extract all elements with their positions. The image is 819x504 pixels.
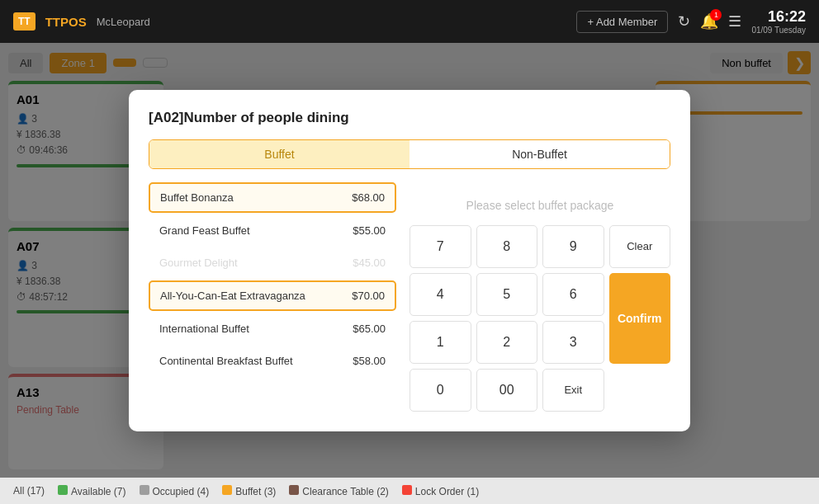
numpad-2[interactable]: 2 — [476, 321, 538, 364]
package-item-1[interactable]: Grand Feast Buffet $55.00 — [149, 216, 396, 245]
logo-icon: TT — [13, 12, 36, 31]
package-price: $70.00 — [352, 290, 385, 302]
numpad-6[interactable]: 6 — [542, 273, 604, 316]
package-name: Buffet Bonanza — [160, 191, 234, 204]
refresh-icon[interactable]: ↻ — [678, 12, 690, 31]
modal: [A02]Number of people dining Buffet Non-… — [129, 90, 690, 431]
numpad-grid: 7 8 9 Clear 4 5 6 Confirm 1 2 3 — [410, 225, 670, 412]
modal-overlay: [A02]Number of people dining Buffet Non-… — [0, 43, 819, 478]
brand-name: TTPOS — [45, 15, 87, 29]
numpad-area: Please select buffet package 7 8 9 Clear… — [410, 182, 670, 412]
numpad-8[interactable]: 8 — [476, 225, 538, 268]
package-name: Gourmet Delight — [159, 257, 238, 269]
numpad-1[interactable]: 1 — [410, 321, 471, 364]
main-area: All Zone 1 Non buffet ❯ A01 👤 3¥ 1836.38… — [0, 43, 819, 478]
numpad-3[interactable]: 3 — [542, 321, 604, 364]
numpad-placeholder: Please select buffet package — [410, 182, 670, 225]
status-lock: Lock Order (1) — [402, 485, 479, 497]
package-price: $65.00 — [353, 323, 386, 335]
numpad-4[interactable]: 4 — [410, 273, 471, 316]
package-item-0[interactable]: Buffet Bonanza $68.00 — [149, 182, 396, 213]
time-display: 16:22 — [751, 8, 806, 26]
package-item-4[interactable]: International Buffet $65.00 — [149, 314, 396, 343]
package-price: $58.00 — [353, 355, 386, 367]
status-buffet: Buffet (3) — [222, 485, 276, 497]
status-bar: All (17) Available (7) Occupied (4) Buff… — [0, 478, 819, 504]
clear-button[interactable]: Clear — [609, 225, 671, 268]
notification-badge: 1 — [710, 9, 722, 21]
tab-buffet[interactable]: Buffet — [149, 140, 410, 168]
date-display: 01/09 Tuesday — [751, 26, 806, 35]
package-name: Grand Feast Buffet — [159, 224, 250, 237]
status-occupied: Occupied (4) — [140, 485, 210, 497]
location-name: McLeopard — [97, 16, 150, 28]
numpad-7[interactable]: 7 — [410, 225, 471, 268]
time-block: 16:22 01/09 Tuesday — [751, 8, 806, 35]
status-all: All (17) — [13, 485, 45, 497]
modal-body: Buffet Bonanza $68.00 Grand Feast Buffet… — [149, 182, 670, 412]
package-list: Buffet Bonanza $68.00 Grand Feast Buffet… — [149, 182, 396, 412]
package-price: $45.00 — [353, 257, 386, 269]
modal-tabs: Buffet Non-Buffet — [149, 139, 670, 169]
package-name: All-You-Can-Eat Extravaganza — [160, 290, 305, 302]
numpad-5[interactable]: 5 — [476, 273, 538, 316]
numpad-9[interactable]: 9 — [542, 225, 604, 268]
package-name: International Buffet — [159, 323, 249, 335]
package-price: $55.00 — [353, 224, 386, 237]
grid-icon[interactable]: ☰ — [728, 12, 741, 31]
numpad-00[interactable]: 00 — [476, 369, 538, 412]
modal-title: [A02]Number of people dining — [149, 110, 670, 126]
package-item-2[interactable]: Gourmet Delight $45.00 — [149, 248, 396, 277]
confirm-button[interactable]: Confirm — [609, 273, 671, 364]
status-available: Available (7) — [58, 485, 125, 497]
package-item-3[interactable]: All-You-Can-Eat Extravaganza $70.00 — [149, 280, 396, 311]
header: TT TTPOS McLeopard + Add Member ↻ 🔔 1 ☰ … — [0, 0, 819, 43]
add-member-button[interactable]: + Add Member — [576, 11, 668, 33]
numpad-0[interactable]: 0 — [410, 369, 471, 412]
tab-non-buffet[interactable]: Non-Buffet — [410, 140, 670, 168]
status-clearance: Clearance Table (2) — [289, 485, 389, 497]
package-name: Continental Breakfast Buffet — [159, 355, 293, 367]
notification-icon[interactable]: 🔔 1 — [700, 12, 718, 31]
package-item-5[interactable]: Continental Breakfast Buffet $58.00 — [149, 346, 396, 375]
package-price: $68.00 — [352, 191, 385, 204]
exit-button[interactable]: Exit — [542, 369, 604, 412]
